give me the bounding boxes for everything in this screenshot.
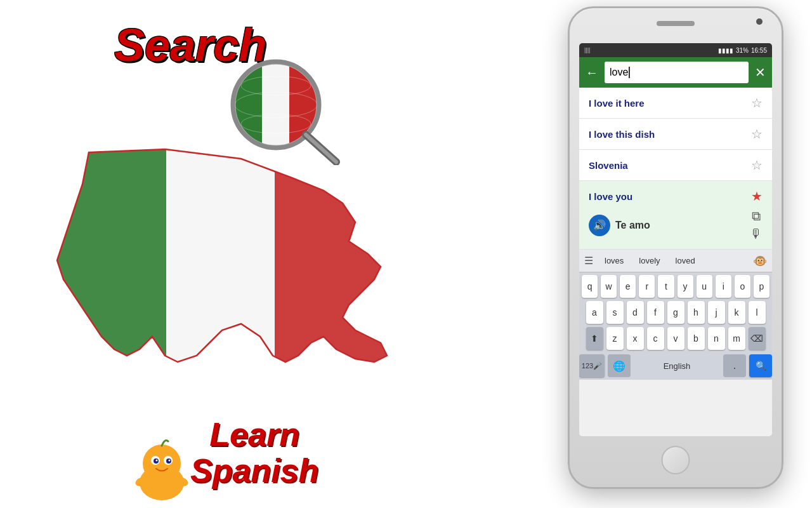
text-cursor: [629, 67, 630, 78]
key-w[interactable]: w: [601, 275, 617, 298]
suggestion-loves[interactable]: loves: [601, 255, 627, 267]
mic-button[interactable]: 🎙: [750, 227, 763, 241]
result-item-1[interactable]: I love it here ☆: [579, 88, 772, 119]
key-e[interactable]: e: [620, 275, 636, 298]
clear-button[interactable]: ✕: [755, 65, 766, 80]
phone-body: |||| ▮▮▮▮ 31% 16:55 ← love ✕: [568, 6, 783, 489]
key-z[interactable]: z: [606, 327, 624, 350]
key-p[interactable]: p: [754, 275, 769, 298]
key-u[interactable]: u: [697, 275, 712, 298]
key-s[interactable]: s: [606, 301, 624, 324]
result-text-3: Slovenia: [589, 160, 628, 171]
key-k[interactable]: k: [728, 301, 745, 324]
svg-point-19: [169, 460, 171, 462]
key-shift[interactable]: ⬆: [586, 327, 603, 350]
key-c[interactable]: c: [647, 327, 664, 350]
carrier-text: ||||: [584, 47, 590, 53]
key-i[interactable]: i: [716, 275, 731, 298]
key-t[interactable]: t: [658, 275, 674, 298]
svg-rect-2: [235, 64, 262, 146]
key-numbers[interactable]: 123🎤: [579, 354, 605, 377]
result-item-4-expanded[interactable]: I love you ★ 🔊 Te amo ⧉ 🎙: [579, 181, 772, 250]
key-v[interactable]: v: [667, 327, 684, 350]
key-h[interactable]: h: [688, 301, 705, 324]
emoji-button[interactable]: 🐵: [753, 254, 767, 268]
key-m[interactable]: m: [728, 327, 745, 350]
key-r[interactable]: r: [639, 275, 655, 298]
status-right: ▮▮▮▮ 31% 16:55: [718, 47, 767, 54]
key-a[interactable]: a: [586, 301, 603, 324]
app-search-bar: ← love ✕: [579, 57, 772, 88]
key-language[interactable]: English: [634, 354, 720, 377]
phone-speaker: [657, 21, 695, 26]
result-text-1: I love it here: [589, 98, 645, 109]
result-text-2: I love this dish: [589, 129, 655, 140]
key-x[interactable]: x: [627, 327, 644, 350]
svg-point-18: [156, 460, 158, 462]
phone-top-bar: [570, 8, 782, 43]
phone-container: |||| ▮▮▮▮ 31% 16:55 ← love ✕: [558, 6, 793, 502]
key-row-3: ⬆ z x c v b n m ⌫: [582, 327, 769, 350]
translation-text: Te amo: [615, 220, 650, 231]
signal-icon: ▮▮▮▮: [718, 47, 733, 54]
key-o[interactable]: o: [735, 275, 750, 298]
key-globe[interactable]: 🌐: [608, 354, 631, 377]
key-search[interactable]: 🔍: [749, 354, 772, 377]
time-text: 16:55: [751, 47, 767, 54]
keyboard-rows: q w e r t y u i o p a s: [579, 272, 772, 354]
status-bar: |||| ▮▮▮▮ 31% 16:55: [579, 43, 772, 57]
key-j[interactable]: j: [708, 301, 725, 324]
key-b[interactable]: b: [688, 327, 705, 350]
keyboard-menu-icon[interactable]: ☰: [584, 255, 593, 267]
svg-point-13: [143, 444, 181, 483]
key-backspace[interactable]: ⌫: [749, 327, 766, 350]
left-section: Search: [0, 0, 444, 508]
copy-button[interactable]: ⧉: [752, 209, 761, 224]
mexico-map: [38, 140, 406, 381]
key-d[interactable]: d: [627, 301, 644, 324]
search-results: I love it here ☆ I love this dish ☆ Slov…: [579, 88, 772, 250]
expanded-header: I love you ★: [589, 189, 763, 204]
phone-camera: [756, 18, 763, 25]
home-button[interactable]: [662, 446, 690, 474]
key-q[interactable]: q: [582, 275, 598, 298]
result-item-3[interactable]: Slovenia ☆: [579, 150, 772, 181]
key-period[interactable]: .: [723, 354, 746, 377]
key-y[interactable]: y: [678, 275, 693, 298]
speaker-button[interactable]: 🔊: [589, 215, 610, 236]
chili-mascot: [133, 432, 184, 495]
star-icon-1[interactable]: ☆: [751, 95, 763, 110]
suggestion-loved[interactable]: loved: [672, 255, 699, 267]
key-f[interactable]: f: [647, 301, 664, 324]
key-row-1: q w e r t y u i o p: [582, 275, 769, 298]
keyboard-bottom-row: 123🎤 🌐 English . 🔍: [579, 354, 772, 380]
suggestion-lovely[interactable]: lovely: [635, 255, 664, 267]
learn-spanish-label: LearnSpanish: [190, 417, 318, 489]
star-icon-2[interactable]: ☆: [751, 126, 763, 142]
svg-rect-3: [262, 64, 289, 146]
phone-screen: |||| ▮▮▮▮ 31% 16:55 ← love ✕: [579, 43, 772, 436]
translation-row: 🔊 Te amo: [589, 215, 650, 236]
key-n[interactable]: n: [708, 327, 725, 350]
key-l[interactable]: l: [749, 301, 766, 324]
battery-text: 31%: [736, 47, 749, 54]
search-input[interactable]: love: [605, 62, 749, 83]
action-icons: ⧉ 🎙: [750, 209, 763, 241]
result-item-2[interactable]: I love this dish ☆: [579, 119, 772, 150]
key-row-2: a s d f g h j k l: [582, 301, 769, 324]
back-button[interactable]: ←: [586, 65, 598, 80]
keyboard-area: ☰ loves lovely loved 🐵 q w e r t y u: [579, 250, 772, 380]
result-text-4: I love you: [589, 191, 632, 202]
star-icon-4[interactable]: ★: [751, 189, 763, 204]
key-g[interactable]: g: [667, 301, 684, 324]
star-icon-3[interactable]: ☆: [751, 157, 763, 173]
learn-spanish-text: LearnSpanish: [190, 417, 318, 489]
keyboard-suggestions: ☰ loves lovely loved 🐵: [579, 250, 772, 272]
search-text: love: [610, 67, 628, 78]
